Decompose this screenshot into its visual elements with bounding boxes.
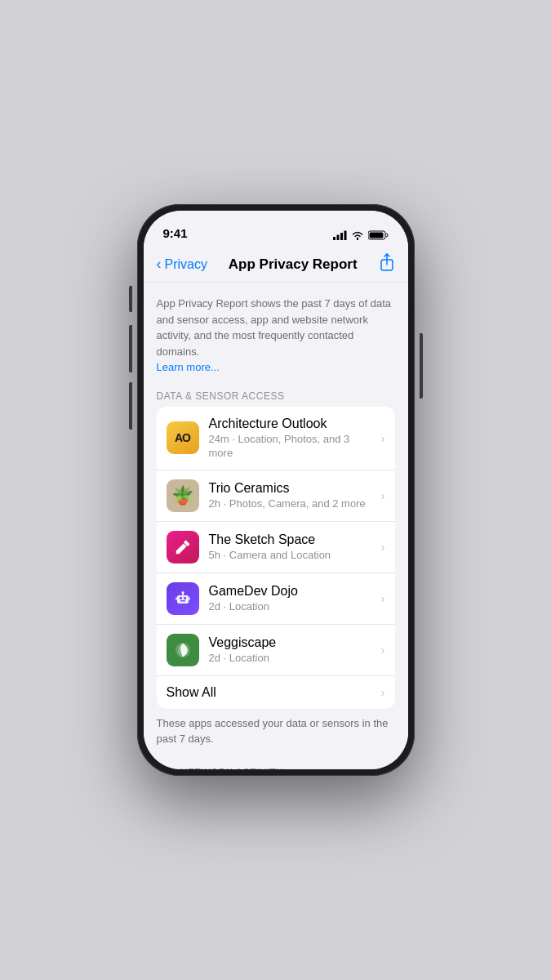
list-item[interactable]: GameDev Dojo 2d · Location › xyxy=(157,573,395,625)
app-icon-trio: 🪴 xyxy=(167,479,199,512)
phone-screen: 9:41 xyxy=(144,211,408,769)
back-button[interactable]: ‹ Privacy xyxy=(157,256,207,273)
item-detail: 24m · Location, Photos, and 3 more xyxy=(209,433,371,461)
footer-note: These apps accessed your data or sensors… xyxy=(144,709,408,760)
list-item[interactable]: AO Architecture Outlook 24m · Location, … xyxy=(157,407,395,470)
app-icon-text: AO xyxy=(175,431,190,444)
share-icon xyxy=(379,253,395,271)
page-title: App Privacy Report xyxy=(229,256,358,273)
item-detail: 2d · Location xyxy=(209,600,371,614)
share-button[interactable] xyxy=(379,253,395,275)
item-detail: 2h · Photos, Camera, and 2 more xyxy=(209,497,371,511)
back-chevron-icon: ‹ xyxy=(157,256,162,273)
back-label[interactable]: Privacy xyxy=(165,257,207,272)
item-name: GameDev Dojo xyxy=(209,583,371,600)
item-detail: 2d · Location xyxy=(209,652,371,666)
chevron-icon: › xyxy=(381,540,385,554)
status-bar: 9:41 xyxy=(144,211,408,247)
description-text: App Privacy Report shows the past 7 days… xyxy=(157,297,392,358)
svg-rect-13 xyxy=(176,597,177,600)
svg-point-12 xyxy=(181,591,184,594)
signal-icon xyxy=(333,230,347,240)
app-icon-emoji: 🪴 xyxy=(171,485,193,506)
svg-rect-3 xyxy=(344,231,346,241)
main-content: App Privacy Report shows the past 7 days… xyxy=(144,283,408,769)
item-detail: 5h · Camera and Location xyxy=(209,549,371,563)
wifi-icon xyxy=(351,230,364,240)
list-item[interactable]: The Sketch Space 5h · Camera and Locatio… xyxy=(157,522,395,573)
item-info: Trio Ceramics 2h · Photos, Camera, and 2… xyxy=(209,480,371,511)
item-info: GameDev Dojo 2d · Location xyxy=(209,583,371,614)
data-sensor-header: DATA & SENSOR ACCESS xyxy=(144,384,408,407)
item-name: The Sketch Space xyxy=(209,532,371,549)
svg-rect-14 xyxy=(189,597,190,600)
app-icon-ao: AO xyxy=(167,421,199,454)
battery-icon xyxy=(368,230,389,240)
nav-bar: ‹ Privacy App Privacy Report xyxy=(144,247,408,283)
svg-rect-0 xyxy=(333,237,335,240)
item-info: Veggiscape 2d · Location xyxy=(209,635,371,666)
svg-rect-10 xyxy=(180,600,185,602)
data-sensor-list: AO Architecture Outlook 24m · Location, … xyxy=(157,407,395,709)
phone-frame: 9:41 xyxy=(137,204,415,776)
chevron-icon: › xyxy=(381,643,385,657)
svg-rect-9 xyxy=(184,597,186,599)
robot-icon xyxy=(173,589,193,608)
chevron-icon: › xyxy=(381,685,385,699)
status-icons xyxy=(333,230,389,240)
sketch-icon xyxy=(174,538,192,556)
leaf-icon xyxy=(173,640,193,660)
svg-rect-2 xyxy=(340,233,343,240)
description-section: App Privacy Report shows the past 7 days… xyxy=(144,283,408,384)
show-all-button[interactable]: Show All › xyxy=(157,676,395,709)
show-all-label: Show All xyxy=(167,685,381,700)
network-activity-header: APP NETWORK ACTIVITY xyxy=(144,760,408,769)
svg-rect-5 xyxy=(369,233,383,238)
app-icon-veggie xyxy=(167,634,199,666)
item-info: Architecture Outlook 24m · Location, Pho… xyxy=(209,416,371,461)
item-name: Architecture Outlook xyxy=(209,416,371,433)
svg-rect-8 xyxy=(180,597,182,599)
svg-rect-1 xyxy=(336,235,339,241)
list-item[interactable]: 🪴 Trio Ceramics 2h · Photos, Camera, and… xyxy=(157,470,395,522)
learn-more-link[interactable]: Learn more... xyxy=(157,361,220,373)
item-name: Trio Ceramics xyxy=(209,480,371,497)
chevron-icon: › xyxy=(381,591,385,605)
app-icon-sketch xyxy=(167,531,199,564)
item-name: Veggiscape xyxy=(209,635,371,652)
status-time: 9:41 xyxy=(163,226,188,240)
chevron-icon: › xyxy=(381,488,385,502)
list-item[interactable]: Veggiscape 2d · Location › xyxy=(157,625,395,676)
chevron-icon: › xyxy=(381,431,385,445)
app-icon-gamedev xyxy=(167,582,199,615)
item-info: The Sketch Space 5h · Camera and Locatio… xyxy=(209,532,371,563)
svg-rect-7 xyxy=(177,595,189,604)
